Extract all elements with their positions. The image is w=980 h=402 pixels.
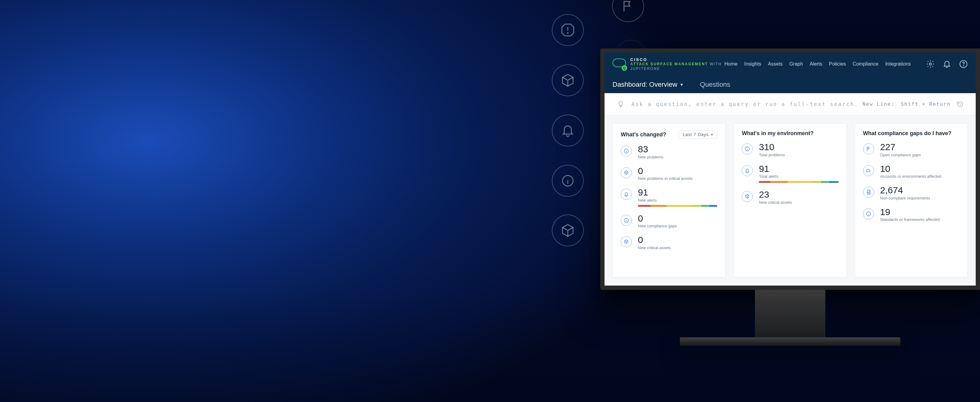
- brand-block: CISCO ATTACK SURFACE MANAGEMENT WITH JUP…: [630, 57, 725, 71]
- sub-header: Dashboard: Overview ▾ Questions: [605, 75, 976, 93]
- metric-value: 0: [638, 214, 677, 223]
- metric-label: New critical assets: [638, 246, 671, 250]
- app-header: Q CISCO ATTACK SURFACE MANAGEMENT WITH J…: [605, 53, 976, 75]
- info-icon: [621, 215, 632, 226]
- product-logo: Q: [612, 59, 626, 70]
- lightbulb-icon: [617, 100, 625, 108]
- tab-questions[interactable]: Questions: [700, 81, 730, 89]
- metric-value: 10: [880, 164, 942, 174]
- cube-icon: [621, 167, 632, 178]
- nav-policies[interactable]: Policies: [829, 61, 846, 67]
- brand-product: ATTACK SURFACE MANAGEMENT: [630, 62, 708, 66]
- help-icon[interactable]: [959, 60, 968, 68]
- search-bar[interactable]: Ask a question, enter a query or run a f…: [605, 93, 976, 115]
- metric-env-critical-assets[interactable]: 23 New critical assets: [742, 190, 838, 205]
- deco-octagon-alert-icon: [552, 14, 584, 46]
- metric-label: New critical assets: [759, 200, 792, 205]
- metric-label: Non-compliant requirements: [880, 196, 930, 200]
- metric-total-alerts[interactable]: 91 Total alerts: [742, 164, 838, 183]
- metric-value: 0: [638, 166, 692, 176]
- metric-non-compliant-req[interactable]: 2,674 Non-compliant requirements: [863, 185, 959, 200]
- card-changed-title: What's changed?: [621, 131, 666, 138]
- card-compliance-title: What compliance gaps do I have?: [863, 130, 951, 137]
- svg-point-7: [929, 63, 932, 65]
- metric-label: Total problems: [759, 153, 785, 157]
- monitor: Q CISCO ATTACK SURFACE MANAGEMENT WITH J…: [600, 48, 980, 346]
- gear-icon[interactable]: [926, 60, 935, 68]
- search-placeholder: Ask a question, enter a query or run a f…: [632, 101, 858, 107]
- metric-value: 0: [638, 235, 671, 245]
- brand-vendor: CISCO: [630, 57, 725, 62]
- card-whats-changed: What's changed? Last 7 Days ▾ 83 New pro…: [612, 123, 725, 278]
- cloud-icon: [863, 165, 874, 176]
- nav-insights[interactable]: Insights: [744, 61, 761, 67]
- history-icon[interactable]: [957, 101, 964, 108]
- search-hint-keys: Shift + Return: [901, 101, 951, 107]
- nav-alerts[interactable]: Alerts: [810, 61, 822, 67]
- search-hint-label: New Line:: [862, 101, 894, 107]
- metric-value: 83: [638, 144, 663, 154]
- primary-nav: Home Insights Assets Graph Alerts Polici…: [725, 61, 911, 67]
- range-dropdown[interactable]: Last 7 Days ▾: [679, 130, 717, 139]
- monitor-bezel: Q CISCO ATTACK SURFACE MANAGEMENT WITH J…: [600, 48, 980, 290]
- metric-value: 23: [759, 190, 792, 199]
- bell-icon: [742, 165, 753, 176]
- document-icon: [863, 187, 874, 198]
- metric-new-critical-assets[interactable]: 0 New critical assets: [621, 235, 717, 250]
- metric-label: Standards or frameworks affected: [880, 217, 940, 222]
- chevron-down-icon: ▾: [711, 133, 713, 137]
- metric-label: New alerts: [638, 198, 717, 203]
- deco-cube-icon: [552, 64, 584, 96]
- range-label: Last 7 Days: [682, 132, 709, 137]
- card-environment: What's in my environment? 310 Total prob…: [733, 123, 846, 278]
- card-environment-title: What's in my environment?: [742, 130, 813, 137]
- metric-label: New problems in critical assets: [638, 176, 692, 181]
- nav-assets[interactable]: Assets: [768, 61, 783, 67]
- svg-point-9: [963, 65, 964, 66]
- metric-label: Total alerts: [759, 174, 838, 179]
- metric-label: New problems: [638, 155, 663, 160]
- metric-value: 19: [880, 207, 940, 217]
- metric-label: Accounts or environments affected: [880, 174, 942, 179]
- nav-home[interactable]: Home: [725, 61, 738, 67]
- metric-new-problems[interactable]: 83 New problems: [621, 144, 717, 160]
- bell-icon[interactable]: [943, 60, 951, 68]
- dashboard-cards: What's changed? Last 7 Days ▾ 83 New pro…: [605, 115, 976, 286]
- deco-info-icon: [552, 165, 584, 197]
- svg-point-2: [568, 32, 568, 33]
- card-compliance: What compliance gaps do I have? 227 Open…: [855, 123, 968, 278]
- total-alerts-sparkline: [759, 181, 838, 183]
- metric-total-problems[interactable]: 310 Total problems: [742, 142, 838, 157]
- alerts-sparkline: [638, 205, 717, 207]
- monitor-neck: [755, 290, 825, 337]
- metric-value: 227: [880, 142, 921, 152]
- metric-value: 2,674: [880, 185, 930, 195]
- nav-graph[interactable]: Graph: [789, 61, 803, 67]
- info-icon: [863, 208, 874, 219]
- app-window: Q CISCO ATTACK SURFACE MANAGEMENT WITH J…: [605, 53, 976, 286]
- nav-integrations[interactable]: Integrations: [885, 61, 911, 67]
- metric-value: 91: [759, 164, 838, 174]
- metric-label: New compliance gaps: [638, 224, 677, 228]
- metric-accounts-affected[interactable]: 10 Accounts or environments affected: [863, 164, 959, 179]
- flag-icon: [863, 144, 874, 155]
- cube-icon: [742, 191, 753, 202]
- deco-cube2-icon: [552, 214, 584, 246]
- tab-dashboard-label: Dashboard: Overview: [612, 81, 678, 89]
- tab-dashboard[interactable]: Dashboard: Overview ▾: [612, 81, 683, 89]
- header-icon-group: [926, 60, 968, 68]
- metric-open-gaps[interactable]: 227 Open compliance gaps: [863, 142, 959, 157]
- metric-label: Open compliance gaps: [880, 153, 921, 157]
- metric-value: 310: [759, 142, 785, 152]
- info-icon: [621, 145, 632, 156]
- monitor-base: [680, 337, 900, 346]
- chevron-down-icon: ▾: [681, 82, 683, 87]
- nav-compliance[interactable]: Compliance: [853, 61, 878, 67]
- metric-new-compliance-gaps[interactable]: 0 New compliance gaps: [621, 214, 717, 228]
- cube-icon: [621, 236, 632, 247]
- metric-new-alerts[interactable]: 91 New alerts: [621, 188, 717, 207]
- metric-value: 91: [638, 188, 717, 197]
- metric-standards-affected[interactable]: 19 Standards or frameworks affected: [863, 207, 959, 222]
- metric-new-problems-critical[interactable]: 0 New problems in critical assets: [621, 166, 717, 181]
- deco-flag-icon: [612, 0, 644, 22]
